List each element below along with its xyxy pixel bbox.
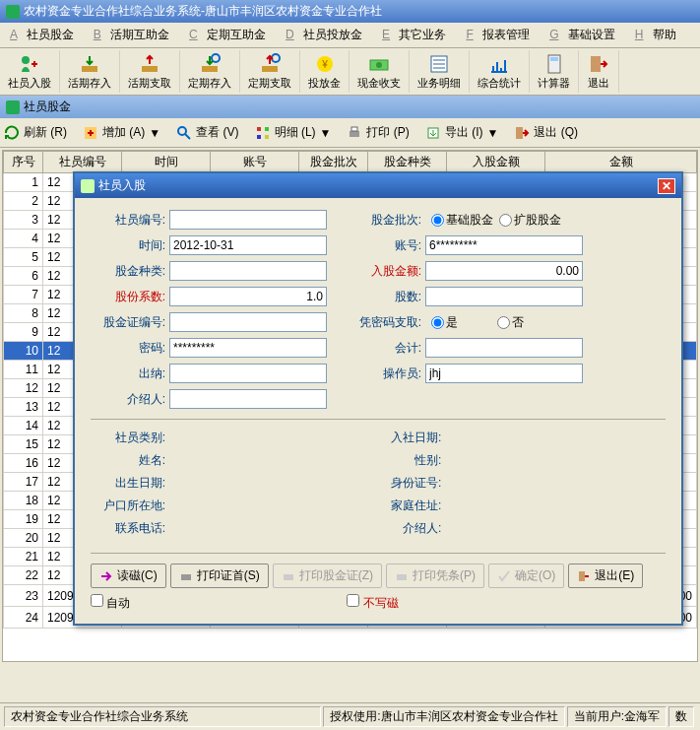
act-exit[interactable]: 退出 (Q) [514,124,578,141]
svg-rect-1 [82,66,97,72]
app-titlebar: 农村资金专业合作社综合业务系统-唐山市丰润区农村资金专业合作社 [0,0,700,23]
dialog-titlebar[interactable]: 社员入股 ✕ [75,173,681,198]
tb-demand-out[interactable]: 活期支取 [120,50,180,93]
svg-rect-17 [257,127,261,131]
view-icon [6,100,20,114]
inp-acct[interactable] [425,235,583,255]
menu-member-share[interactable]: A 社员股金 [4,25,86,45]
svg-rect-3 [202,66,218,72]
inp-intro[interactable] [169,389,327,409]
tb-put[interactable]: ¥投放金 [300,50,350,93]
inp-count[interactable] [425,287,583,306]
lbl-oper: 操作员: [347,365,425,382]
lbl-member: 社员编号: [91,212,169,229]
btn-print-voucher: 打印凭条(P) [386,564,484,588]
inp-oper[interactable] [425,364,583,383]
radio-yes[interactable] [431,316,444,329]
tb-stat[interactable]: 综合统计 [470,50,530,93]
statusbar: 农村资金专业合作社综合业务系统 授权使用:唐山市丰润区农村资金专业合作社 当前用… [0,702,700,730]
menu-settings[interactable]: G 基础设置 [543,25,627,45]
act-print[interactable]: 打印 (P) [347,124,409,141]
lbl-cashier: 出纳: [91,365,169,382]
view-titlebar: 社员股金 [0,96,700,118]
btn-print-cert[interactable]: 打印证首(S) [170,564,269,588]
inp-acc[interactable] [425,338,583,358]
lbl-amount: 入股金额: [347,263,425,280]
member-info: 社员类别: 入社日期: 姓名: 性别: 出生日期: 身份证号: 户口所在地: 家… [91,430,666,543]
menu-put[interactable]: D 社员投放金 [280,25,374,45]
inp-cashier[interactable] [169,364,327,383]
lbl-coef: 股份系数: [91,289,169,305]
menu-demand[interactable]: B 活期互助金 [88,25,181,45]
chk-nowrite[interactable]: 不写磁 [347,594,398,612]
radio-no[interactable] [497,316,510,329]
menu-report[interactable]: F 报表管理 [460,25,541,45]
tb-detail[interactable]: 业务明细 [410,50,470,93]
grid-header: 序号社员编号 时间账号 股金批次股金种类 入股金额金额 [4,152,697,173]
tb-demand-in[interactable]: 活期存入 [60,50,120,93]
inp-time[interactable] [169,235,327,255]
svg-text:¥: ¥ [321,59,328,70]
close-icon[interactable]: ✕ [658,178,675,194]
inp-kind[interactable] [169,261,327,281]
chk-auto[interactable]: 自动 [91,594,130,612]
svg-rect-13 [550,57,558,61]
inp-pwd[interactable] [169,338,327,358]
lbl-intro: 介绍人: [91,391,169,408]
act-add[interactable]: 增加 (A)▼ [83,124,160,141]
tb-fixed-in[interactable]: 定期存入 [180,50,240,93]
status-extra: 数 [668,706,694,727]
menu-other[interactable]: E 其它业务 [376,25,458,45]
menu-fixed[interactable]: C 定期互助金 [183,25,278,45]
svg-point-4 [212,54,220,62]
svg-rect-28 [579,571,585,581]
btn-dlg-exit[interactable]: 退出(E) [568,564,643,588]
dialog-icon [81,179,95,193]
btn-ok: 确定(O) [488,564,564,588]
svg-rect-18 [265,127,269,131]
dialog-title: 社员入股 [98,177,146,194]
lbl-pwdget: 凭密码支取: [347,314,425,331]
radio-expand[interactable] [499,214,512,227]
svg-rect-19 [257,135,261,139]
inp-amount[interactable] [425,261,583,281]
status-auth: 授权使用:唐山市丰润区农村资金专业合作社 [323,706,564,727]
svg-rect-21 [350,131,359,137]
svg-rect-25 [181,574,191,580]
tb-exit[interactable]: 退出 [579,50,619,93]
lbl-kind: 股金种类: [91,263,169,280]
act-detail[interactable]: 明细 (L)▼ [255,124,332,141]
tb-member-in[interactable]: 社员入股 [0,50,60,93]
btn-read-mag[interactable]: 读磁(C) [91,564,166,588]
act-export[interactable]: 导出 (I)▼ [425,124,499,141]
main-toolbar: 社员入股 活期存入 活期支取 定期存入 定期支取 ¥投放金 现金收支 业务明细 … [0,48,700,96]
tb-calc[interactable]: 计算器 [530,50,579,93]
tb-cash[interactable]: 现金收支 [350,50,410,93]
lbl-pwd: 密码: [91,340,169,357]
act-find[interactable]: 查看 (V) [176,124,238,141]
inp-member[interactable] [169,210,327,230]
svg-rect-5 [262,66,278,72]
inp-coef[interactable] [169,287,327,306]
lbl-cert: 股金证编号: [91,314,169,331]
dialog-member-in: 社员入股 ✕ 社员编号: 股金批次: 基础股金 扩股股金 时间: 账号: 股金种… [73,171,683,626]
app-icon [6,5,20,19]
svg-rect-2 [142,66,158,72]
svg-rect-22 [351,127,357,131]
status-user: 当前用户:金海军 [567,706,667,727]
inp-cert[interactable] [169,312,327,332]
tb-fixed-out[interactable]: 定期支取 [240,50,300,93]
svg-rect-20 [265,135,269,139]
menu-help[interactable]: H 帮助 [629,25,688,45]
menubar: A 社员股金 B 活期互助金 C 定期互助金 D 社员投放金 E 其它业务 F … [0,23,700,48]
svg-rect-24 [516,127,523,139]
svg-rect-27 [397,574,407,580]
svg-point-0 [22,56,30,64]
view-toolbar: 刷新 (R) 增加 (A)▼ 查看 (V) 明细 (L)▼ 打印 (P) 导出 … [0,118,700,148]
btn-print-share: 打印股金证(Z) [273,564,382,588]
lbl-acct: 账号: [347,237,425,254]
lbl-time: 时间: [91,237,169,254]
radio-basic[interactable] [431,214,444,227]
act-refresh[interactable]: 刷新 (R) [4,124,67,141]
status-left: 农村资金专业合作社综合业务系统 [4,706,321,727]
